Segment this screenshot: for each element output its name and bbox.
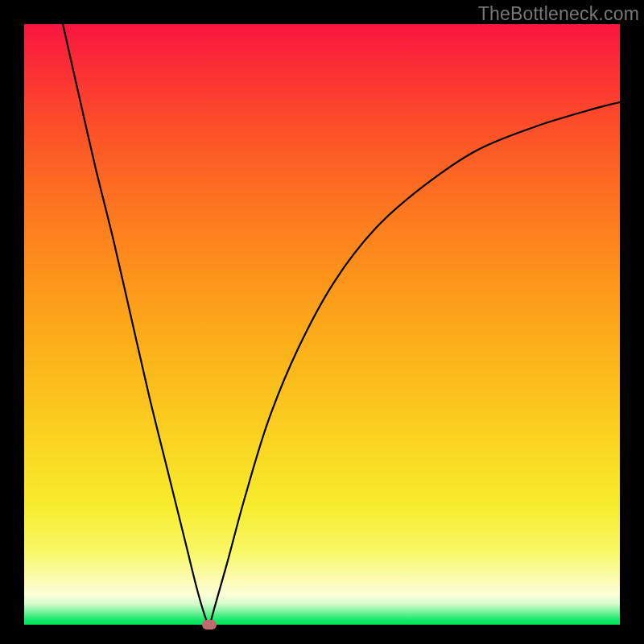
minimum-marker: [202, 620, 217, 630]
bottleneck-curve: [24, 24, 620, 625]
plot-area: [24, 24, 620, 625]
watermark-text: TheBottleneck.com: [478, 3, 639, 25]
chart-frame: TheBottleneck.com: [0, 0, 644, 644]
